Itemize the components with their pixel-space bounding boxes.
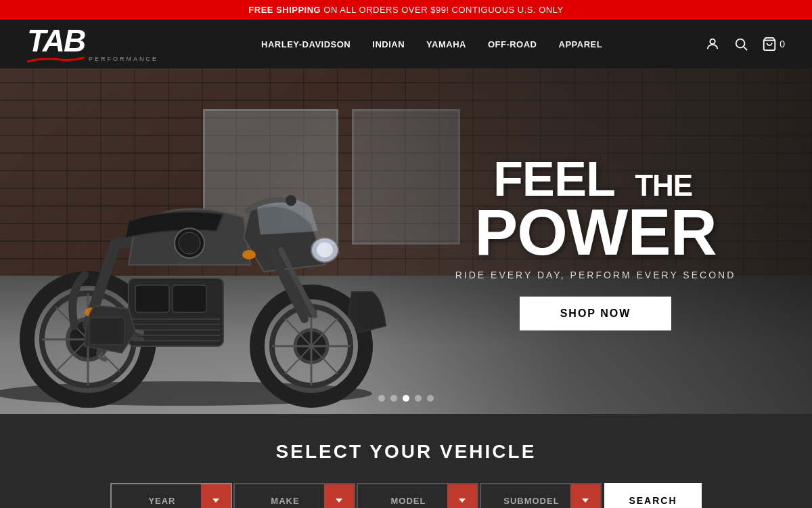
logo-sub: PERFORMANCE xyxy=(87,56,158,62)
hero-title-power: POWER xyxy=(420,203,771,261)
submodel-label: SUBMODEL xyxy=(481,496,570,506)
make-selector[interactable]: MAKE xyxy=(233,483,355,508)
carousel-dot-5[interactable] xyxy=(427,395,434,402)
vehicle-selector-section: SELECT YOUR VEHICLE YEAR MAKE MODEL xyxy=(0,414,812,508)
carousel-dot-4[interactable] xyxy=(415,395,422,402)
submodel-arrow-icon xyxy=(570,484,600,508)
vehicle-selectors: YEAR MAKE MODEL SUBM xyxy=(0,483,812,508)
cart-count: 0 xyxy=(780,39,785,49)
year-selector[interactable]: YEAR xyxy=(110,483,232,508)
make-arrow-icon xyxy=(324,484,354,508)
submodel-selector[interactable]: SUBMODEL xyxy=(480,483,602,508)
nav-yamaha[interactable]: YAMAHA xyxy=(426,39,466,49)
carousel-dot-3[interactable] xyxy=(403,395,409,402)
nav-off-road[interactable]: OFF-ROAD xyxy=(488,39,537,49)
cart-icon[interactable]: 0 xyxy=(762,37,785,51)
model-arrow-icon xyxy=(447,484,477,508)
logo-text: TAB xyxy=(27,25,85,56)
carousel-dots xyxy=(378,395,434,402)
year-label: YEAR xyxy=(112,496,201,506)
main-nav: HARLEY-DAVIDSON INDIAN YAMAHA OFF-ROAD A… xyxy=(261,39,602,49)
svg-line-2 xyxy=(744,47,747,50)
year-arrow-icon xyxy=(201,484,231,508)
account-icon[interactable] xyxy=(705,37,720,51)
search-button[interactable]: SEARCH xyxy=(604,483,701,508)
search-icon[interactable] xyxy=(734,37,748,51)
nav-indian[interactable]: INDIAN xyxy=(372,39,405,49)
vehicle-selector-title: SELECT YOUR VEHICLE xyxy=(0,441,812,463)
announcement-text: ON ALL ORDERS OVER $99! CONTIGUOUS U.S. … xyxy=(323,5,563,15)
hero-subtitle: RIDE EVERY DAY, PERFORM EVERY SECOND xyxy=(420,270,771,280)
svg-point-0 xyxy=(710,39,715,44)
svg-point-1 xyxy=(736,39,745,48)
make-label: MAKE xyxy=(235,496,324,506)
shop-now-button[interactable]: SHOP NOW xyxy=(520,297,672,331)
header-icons: 0 xyxy=(705,37,785,51)
carousel-dot-1[interactable] xyxy=(378,395,385,402)
hero-title: FEEL THE POWER xyxy=(420,152,771,261)
nav-apparel[interactable]: APPAREL xyxy=(559,39,603,49)
model-selector[interactable]: MODEL xyxy=(357,483,478,508)
carousel-dot-2[interactable] xyxy=(390,395,397,402)
header: TAB PERFORMANCE HARLEY-DAVIDSON INDIAN Y… xyxy=(0,20,812,68)
hero-content: FEEL THE POWER RIDE EVERY DAY, PERFORM E… xyxy=(420,152,771,331)
announcement-bold: FREE SHIPPING xyxy=(248,5,321,15)
logo-swoosh-icon xyxy=(27,56,85,63)
logo[interactable]: TAB PERFORMANCE xyxy=(27,25,158,63)
nav-harley-davidson[interactable]: HARLEY-DAVIDSON xyxy=(261,39,351,49)
announcement-bar: FREE SHIPPING ON ALL ORDERS OVER $99! CO… xyxy=(0,0,812,20)
model-label: MODEL xyxy=(358,496,447,506)
hero-section: FEEL THE POWER RIDE EVERY DAY, PERFORM E… xyxy=(0,68,812,414)
